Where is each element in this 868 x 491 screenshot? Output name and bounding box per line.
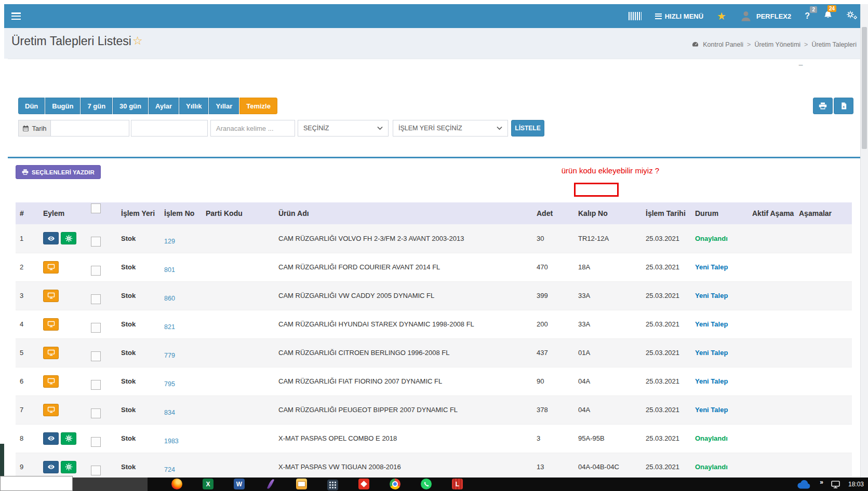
- mail-taskbar-icon[interactable]: [296, 479, 307, 491]
- taskbar-search-remnant[interactable]: [0, 476, 73, 491]
- select-all-checkbox[interactable]: [91, 203, 101, 213]
- favorite-page-star-icon[interactable]: ☆: [132, 35, 143, 47]
- taskbar-clock[interactable]: 18:03: [848, 481, 864, 488]
- row-actions-cell: [39, 395, 87, 424]
- range-button[interactable]: Dün: [18, 98, 45, 114]
- barcode-icon[interactable]: [629, 12, 642, 20]
- date-end-input[interactable]: [131, 120, 208, 137]
- network-icon[interactable]: [831, 481, 840, 488]
- islem-no-link[interactable]: 1983: [164, 438, 179, 445]
- monitor-button[interactable]: [43, 318, 59, 331]
- parti-kodu-cell: [202, 367, 274, 395]
- islem-no-link[interactable]: 834: [164, 409, 175, 416]
- view-button[interactable]: [43, 232, 59, 244]
- onedrive-cloud-icon[interactable]: [796, 480, 811, 489]
- excel-export-button[interactable]: x: [834, 98, 853, 114]
- page-scrollbar[interactable]: [860, 4, 868, 478]
- red-app-taskbar-icon[interactable]: [358, 479, 369, 491]
- hidden-icons-chevron[interactable]: »: [820, 479, 823, 486]
- production-requests-table: # Eylem İşlem Yeri İşlem No Parti Kodu Ü…: [16, 202, 852, 482]
- islem-yeri-select[interactable]: İŞLEM YERİ SEÇİNİZ: [393, 120, 508, 137]
- print-selected-button[interactable]: SEÇİLENLERİ YAZDIR: [16, 165, 101, 179]
- row-checkbox[interactable]: [91, 380, 101, 390]
- parti-kodu-cell: [202, 424, 274, 453]
- svg-text:x: x: [843, 105, 845, 108]
- date-start-input[interactable]: [50, 120, 129, 137]
- adet-cell: 30: [532, 224, 574, 253]
- islem-tarihi-cell: 25.03.2021: [642, 253, 691, 281]
- range-button[interactable]: Aylar: [149, 98, 179, 114]
- row-checkbox[interactable]: [91, 237, 101, 247]
- logo-l-taskbar-icon[interactable]: L: [452, 479, 463, 491]
- quick-menu-button[interactable]: HIZLI MENÜ: [655, 12, 703, 20]
- view-button[interactable]: [43, 432, 59, 445]
- word-taskbar-icon[interactable]: W: [234, 479, 245, 491]
- chrome-taskbar-icon[interactable]: [390, 479, 400, 491]
- scrollbar-thumb[interactable]: [862, 27, 867, 149]
- range-button[interactable]: Bugün: [45, 98, 80, 114]
- view-button[interactable]: [43, 461, 59, 473]
- row-checkbox[interactable]: [91, 466, 101, 475]
- excel-taskbar-icon[interactable]: X: [203, 479, 213, 491]
- monitor-button[interactable]: [43, 261, 59, 274]
- monitor-button[interactable]: [43, 290, 59, 302]
- monitor-button[interactable]: [43, 404, 59, 416]
- range-button[interactable]: 7 gün: [81, 98, 112, 114]
- islem-yeri-cell: Stok: [117, 395, 160, 424]
- sidebar-toggle-icon[interactable]: [11, 12, 21, 20]
- row-checkbox[interactable]: [91, 323, 101, 333]
- row-checkbox[interactable]: [91, 266, 101, 276]
- islem-no-link[interactable]: 724: [164, 466, 175, 473]
- row-number-cell: 1: [16, 224, 39, 253]
- collapse-panel-button[interactable]: −: [798, 61, 803, 70]
- breadcrumb-item[interactable]: Üretim Yönetimi: [754, 41, 800, 48]
- islem-no-link[interactable]: 821: [164, 323, 175, 331]
- process-button[interactable]: [61, 232, 76, 244]
- range-button[interactable]: 30 gün: [113, 98, 148, 114]
- islem-no-link[interactable]: 801: [164, 266, 175, 274]
- clear-filter-button[interactable]: Temizle: [239, 98, 277, 114]
- row-checkbox[interactable]: [91, 408, 101, 418]
- monitor-button[interactable]: [43, 347, 59, 359]
- eye-icon: [47, 463, 55, 471]
- range-button[interactable]: Yıllar: [209, 98, 239, 114]
- aktif-asama-cell: [748, 338, 795, 367]
- islem-no-cell: 795: [160, 367, 202, 395]
- islem-no-link[interactable]: 129: [164, 238, 175, 245]
- favorites-star-icon[interactable]: ★: [717, 11, 726, 21]
- firefox-taskbar-icon[interactable]: [171, 479, 182, 491]
- islem-no-link[interactable]: 779: [164, 352, 175, 359]
- notifications-button[interactable]: 24: [823, 10, 833, 22]
- range-button[interactable]: Yıllık: [179, 98, 208, 114]
- process-button[interactable]: [61, 461, 76, 473]
- durum-cell: Yeni Talep: [691, 367, 748, 395]
- urun-adi-cell: CAM RÜZGARLIĞI VW CADDY 2005 DYNAMIC FL: [274, 281, 532, 310]
- islem-no-link[interactable]: 860: [164, 295, 175, 302]
- header-adet: Adet: [532, 202, 574, 224]
- process-button[interactable]: [61, 432, 76, 445]
- listele-button[interactable]: LİSTELE: [511, 120, 544, 137]
- durum-cell: Onaylandı: [691, 224, 748, 253]
- islem-no-link[interactable]: 795: [164, 380, 175, 388]
- breadcrumb-item[interactable]: Kontrol Paneli: [703, 41, 743, 48]
- settings-gears-icon[interactable]: [846, 10, 858, 22]
- row-checkbox[interactable]: [91, 437, 101, 447]
- whatsapp-taskbar-icon[interactable]: [421, 479, 432, 491]
- app-window: HIZLI MENÜ ★ PERFLEX2 ? 2 24: [0, 0, 868, 491]
- print-button[interactable]: [813, 98, 833, 114]
- annotation-text: ürün kodu ekleyebilir miyiz ?: [540, 166, 680, 175]
- table-row: 7Stok834CAM RÜZGARLIĞI PEUGEOT BIPPER 20…: [16, 395, 852, 424]
- user-menu[interactable]: PERFLEX2: [740, 10, 791, 22]
- date-input-group: Tarih: [18, 120, 129, 137]
- quill-taskbar-icon[interactable]: [265, 479, 276, 491]
- row-checkbox[interactable]: [91, 294, 101, 304]
- kalip-no-cell: TR12-12A: [574, 224, 642, 253]
- monitor-button[interactable]: [43, 375, 59, 388]
- table-body: 1Stok129CAM RÜZGARLIĞI VOLVO FH 2-3/FM 2…: [16, 224, 852, 481]
- search-input[interactable]: [210, 120, 295, 137]
- status-select[interactable]: SEÇİNİZ: [298, 120, 389, 137]
- help-button[interactable]: ? 2: [805, 11, 810, 21]
- row-select-cell: [87, 338, 117, 367]
- calculator-taskbar-icon[interactable]: [327, 479, 338, 491]
- row-checkbox[interactable]: [91, 351, 101, 361]
